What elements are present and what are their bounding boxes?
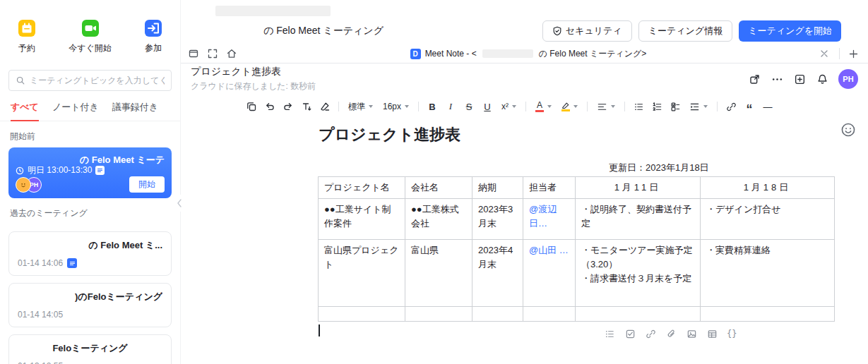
table-cell[interactable]: 富山県 (405, 240, 472, 307)
redo-button[interactable] (280, 98, 297, 115)
new-tab-button[interactable] (847, 47, 860, 60)
meeting-time-row: 01-14 14:05 (18, 310, 162, 320)
new-note-button[interactable] (793, 73, 806, 85)
user-mention[interactable]: @渡辺 日… (529, 204, 557, 229)
table-header-cell[interactable]: プロジェクト名 (319, 177, 405, 199)
insert-list-button[interactable] (604, 328, 615, 339)
document-heading[interactable]: プロジェクト進捗表 (319, 124, 460, 145)
script-format-select[interactable]: x² (497, 98, 521, 115)
font-color-letter: A (537, 101, 542, 109)
bullet-list-button[interactable] (630, 98, 647, 115)
meeting-note-icon[interactable] (95, 166, 105, 175)
highlighter-icon (561, 102, 570, 109)
sidebar-collapse-handle[interactable] (175, 195, 184, 212)
font-color-select[interactable]: A (531, 98, 556, 115)
join-meeting-icon (145, 20, 162, 37)
insert-checkbox-button[interactable] (624, 328, 636, 339)
quote-button[interactable]: “ (741, 98, 758, 115)
table-cell[interactable]: @渡辺 日… (523, 199, 576, 240)
table-header-cell[interactable]: 1月18日 (701, 177, 835, 199)
comment-emoji-button[interactable] (840, 122, 856, 138)
underline-button[interactable]: U (479, 98, 496, 115)
undo-button[interactable] (261, 98, 278, 115)
table-cell[interactable] (472, 307, 523, 322)
upcoming-meeting-card[interactable]: の Felo Meet ミーテ 明日 13:00-13:30 PH 開始 (8, 147, 172, 198)
insert-link-button[interactable] (723, 98, 739, 115)
start-meeting-card-button[interactable]: 開始 (129, 176, 165, 193)
horizontal-rule-button[interactable]: — (759, 98, 776, 115)
table-cell[interactable]: @山田 … (523, 240, 576, 307)
meeting-time-row: 明日 13:00-13:30 (16, 164, 165, 176)
table-header-cell[interactable]: 納期 (472, 177, 523, 199)
table-cell[interactable]: ・説明終了、契約書送付予定 (576, 199, 701, 240)
table-cell[interactable] (576, 307, 701, 322)
schedule-meeting-button[interactable]: 予約 (18, 20, 35, 54)
table-cell[interactable]: ・モニターツアー実施予定（3.20） ・請求書送付３月末を予定 (576, 240, 701, 307)
close-tab-button[interactable] (818, 47, 831, 60)
tab-with-notes[interactable]: ノート付き (52, 101, 99, 121)
past-meeting-card[interactable]: Feloミーティング 01-13 12:55 (8, 334, 172, 364)
ordered-list-button[interactable] (648, 98, 665, 115)
table-cell[interactable]: 2023年4月末 (472, 240, 523, 307)
strikethrough-button[interactable]: S (460, 98, 477, 115)
table-cell[interactable]: ・デザイン打合せ (701, 199, 835, 240)
indent-select[interactable] (685, 98, 712, 115)
user-avatar[interactable]: PH (838, 69, 858, 89)
updated-date-text[interactable]: 更新日：2023年1月18日 (609, 162, 709, 174)
user-mention[interactable]: @山田 … (529, 245, 569, 255)
security-button[interactable]: セキュリティ (542, 20, 632, 42)
alignment-select[interactable] (593, 98, 619, 115)
table-cell[interactable]: 2023年3月末 (472, 199, 523, 240)
more-button[interactable] (771, 73, 783, 85)
insert-link-button[interactable] (645, 328, 656, 339)
table-cell[interactable]: ●●工業サイト制作案件 (319, 199, 405, 240)
paragraph-style-select[interactable]: 標準 (344, 98, 377, 115)
table-cell[interactable] (405, 307, 472, 322)
tab-with-minutes[interactable]: 議事録付き (112, 101, 158, 121)
checklist-button[interactable] (667, 98, 684, 115)
table-cell[interactable]: ・実費精算連絡 (701, 240, 835, 307)
share-button[interactable] (748, 73, 761, 85)
start-now-button[interactable]: 今すぐ開始 (69, 20, 112, 54)
search-box[interactable] (8, 70, 172, 91)
open-in-window-button[interactable] (186, 47, 201, 61)
insert-table-button[interactable] (706, 328, 718, 339)
table-header-cell[interactable]: 1月11日 (576, 177, 701, 199)
image-icon (686, 329, 697, 339)
copy-format-button[interactable] (243, 98, 260, 115)
notifications-button[interactable] (816, 73, 828, 85)
document-canvas[interactable]: プロジェクト進捗表 更新日：2023年1月18日 プロジェクト名 会社名 納期 … (181, 119, 868, 364)
table-header-cell[interactable]: 担当者 (523, 177, 576, 199)
highlight-color-select[interactable] (557, 98, 582, 115)
table-cell[interactable] (701, 307, 835, 322)
bell-icon (816, 73, 828, 85)
insert-image-button[interactable] (686, 328, 697, 339)
insert-attachment-button[interactable] (665, 328, 677, 339)
progress-table[interactable]: プロジェクト名 会社名 納期 担当者 1月11日 1月18日 ●●工業サイト制作… (318, 176, 835, 322)
past-meeting-card[interactable]: )のFeloミーティング 01-14 14:05 (8, 283, 172, 327)
past-meeting-card[interactable]: の Felo Meet ミ... 01-14 14:06 (8, 231, 172, 276)
smiley-icon (840, 122, 856, 138)
table-cell[interactable] (523, 307, 576, 322)
bold-button[interactable]: B (424, 98, 441, 115)
start-meeting-button[interactable]: ミーティングを開始 (739, 20, 841, 42)
font-size-select[interactable]: 16px (379, 98, 413, 115)
clear-format-button[interactable] (316, 98, 333, 115)
more-icon (771, 73, 783, 85)
join-meeting-button[interactable]: 参加 (145, 20, 162, 54)
table-cell[interactable] (319, 307, 405, 322)
home-button[interactable] (225, 47, 239, 61)
format-painter-button[interactable] (298, 98, 315, 115)
tab-all[interactable]: すべて (11, 101, 39, 121)
meeting-note-icon[interactable] (67, 258, 77, 268)
table-header-cell[interactable]: 会社名 (405, 177, 472, 199)
meeting-time-row: 01-13 12:55 (18, 361, 162, 364)
insert-code-button[interactable]: {} (727, 329, 737, 339)
fullscreen-button[interactable] (206, 47, 220, 61)
meeting-info-button[interactable]: ミーティング情報 (638, 20, 733, 42)
note-tab[interactable]: D Meet Note - <の Felo Meet ミーティング> (239, 48, 818, 60)
table-cell[interactable]: 富山県プロジェクト (319, 240, 405, 307)
italic-button[interactable]: I (442, 98, 459, 115)
table-cell[interactable]: ●●工業株式会社 (405, 199, 472, 240)
search-input[interactable] (30, 75, 165, 85)
